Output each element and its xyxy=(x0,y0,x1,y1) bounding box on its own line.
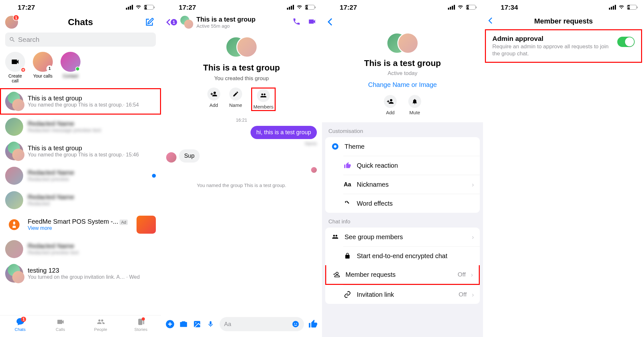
like-button[interactable] xyxy=(308,320,317,329)
profile-avatar[interactable]: 1 xyxy=(5,16,18,29)
composer: Aa xyxy=(161,314,322,337)
svg-point-7 xyxy=(296,323,297,324)
back-button[interactable] xyxy=(322,14,483,31)
timestamp: 16:21 xyxy=(161,111,322,126)
tab-bar: Chats 1 Calls People Stories xyxy=(0,315,161,337)
more-button[interactable] xyxy=(166,320,175,329)
back-button[interactable]: 1 xyxy=(166,19,177,26)
mic-icon xyxy=(207,320,214,329)
add-person-icon xyxy=(387,98,394,105)
compose-button[interactable] xyxy=(143,16,156,29)
admin-approval-row-highlighted: Admin approval Require an admin to appro… xyxy=(485,29,642,63)
row-quick-reaction[interactable]: Quick reaction xyxy=(343,156,480,175)
unread-dot-icon xyxy=(152,174,156,178)
chevron-right-icon: › xyxy=(472,291,474,298)
row-nicknames[interactable]: Aa Nicknames › xyxy=(343,175,480,194)
svg-point-9 xyxy=(334,145,336,148)
status-bar: 17:27 27 xyxy=(161,0,322,14)
section-chat-info: Chat info xyxy=(322,213,483,228)
wifi-icon xyxy=(135,3,142,12)
chats-header: 1 Chats xyxy=(0,14,161,31)
people-icon xyxy=(96,318,106,326)
camera-icon xyxy=(179,320,188,328)
audio-call-button[interactable] xyxy=(292,17,301,27)
search-input[interactable]: Search xyxy=(5,33,156,47)
status-bar: 17:27 27 xyxy=(322,0,483,14)
admin-approval-toggle[interactable] xyxy=(617,37,635,47)
feedme-icon xyxy=(8,218,21,231)
image-icon xyxy=(193,320,201,328)
chat-item[interactable]: Redacted NameRedacted message preview te… xyxy=(0,115,161,139)
group-avatar[interactable] xyxy=(180,16,193,29)
mute-button[interactable]: Mute xyxy=(408,95,421,115)
sent-message[interactable]: hi, this is a test group xyxy=(251,126,317,139)
thumbs-up-icon xyxy=(343,161,352,170)
screen-conversation: 17:27 27 1 This is a test group Active 5… xyxy=(161,0,322,337)
chat-item[interactable]: This is a test group You named the group… xyxy=(0,139,161,164)
plus-circle-icon xyxy=(166,320,175,329)
ad-thumbnail xyxy=(137,216,156,234)
screen-member-requests: 17:34 26 Member requests Admin approval … xyxy=(483,0,644,337)
chevron-right-icon: › xyxy=(472,233,474,241)
chat-item-ad[interactable]: FeedMe Smart POS System -...Ad View more xyxy=(0,212,161,237)
camera-button[interactable] xyxy=(179,320,188,329)
name-button[interactable]: Name xyxy=(229,88,242,111)
lock-icon xyxy=(343,252,352,260)
search-icon xyxy=(9,36,15,43)
svg-point-5 xyxy=(292,321,299,327)
video-call-button[interactable] xyxy=(307,17,317,27)
tab-people[interactable]: People xyxy=(80,317,121,337)
tab-chats[interactable]: Chats 1 xyxy=(0,317,40,337)
wifi-icon xyxy=(296,3,303,12)
setting-description: Require an admin to approve all requests… xyxy=(492,43,613,57)
status-time: 17:27 xyxy=(18,4,35,11)
svg-point-4 xyxy=(195,323,196,323)
chat-item-highlighted[interactable]: This is a test group You named the group… xyxy=(0,88,161,115)
video-icon xyxy=(56,318,65,326)
battery-icon: 27 xyxy=(144,5,155,10)
status-bar: 17:27 27 xyxy=(0,0,161,14)
person-check-icon xyxy=(332,270,340,279)
svg-point-6 xyxy=(294,323,295,324)
received-message[interactable]: Sup xyxy=(179,149,200,163)
change-name-image-button[interactable]: Change Name or Image xyxy=(368,81,437,89)
tab-stories[interactable]: Stories xyxy=(121,317,161,337)
members-button-highlighted[interactable]: Members xyxy=(251,88,276,111)
read-receipt-avatar xyxy=(311,167,317,173)
gallery-button[interactable] xyxy=(193,320,202,329)
mic-button[interactable] xyxy=(206,320,215,329)
chat-item[interactable]: Redacted NameRedacted preview text xyxy=(0,237,161,261)
create-call[interactable]: + Create call xyxy=(5,52,25,84)
row-theme[interactable]: Theme xyxy=(325,137,480,156)
pencil-icon xyxy=(232,91,239,97)
page-title: Chats xyxy=(18,17,143,27)
aa-icon: Aa xyxy=(343,180,352,189)
screen-chats: 17:27 27 1 Chats Search + Create call 1 … xyxy=(0,0,161,337)
theme-icon xyxy=(331,142,339,151)
your-calls[interactable]: 1 Your calls xyxy=(33,52,53,84)
sparkle-icon xyxy=(343,199,352,208)
add-button[interactable]: Add xyxy=(207,88,220,111)
received-message-row: Sup xyxy=(161,146,322,166)
tab-calls[interactable]: Calls xyxy=(40,317,80,337)
chat-item[interactable]: Redacted NameRedacted preview xyxy=(0,164,161,188)
tab-dot-icon xyxy=(142,317,145,321)
customisation-card: Theme Quick reaction Aa Nicknames › Word… xyxy=(325,137,480,213)
row-see-members[interactable]: See group members › xyxy=(325,228,480,246)
emoji-icon[interactable] xyxy=(292,320,299,328)
chat-item[interactable]: Redacted NameRedacted xyxy=(0,188,161,212)
row-e2e-chat[interactable]: Start end-to-end encrypted chat xyxy=(343,246,480,265)
bell-icon xyxy=(412,98,418,105)
row-invitation-link[interactable]: Invitation link Off › xyxy=(343,285,480,304)
sender-avatar[interactable] xyxy=(166,152,176,163)
message-input[interactable]: Aa xyxy=(220,317,304,331)
row-word-effects[interactable]: Word effects xyxy=(343,194,480,213)
row-member-requests-highlighted[interactable]: Member requests Off › xyxy=(325,265,480,285)
signal-icon xyxy=(126,5,133,10)
story-contact[interactable]: Contact xyxy=(61,52,80,84)
chat-item[interactable]: testing 123 You turned on the group invi… xyxy=(0,261,161,286)
add-button[interactable]: Add xyxy=(384,95,397,115)
phone-icon xyxy=(292,17,301,26)
add-person-icon xyxy=(210,90,217,98)
system-message: You named the group This is a test group… xyxy=(161,173,322,198)
